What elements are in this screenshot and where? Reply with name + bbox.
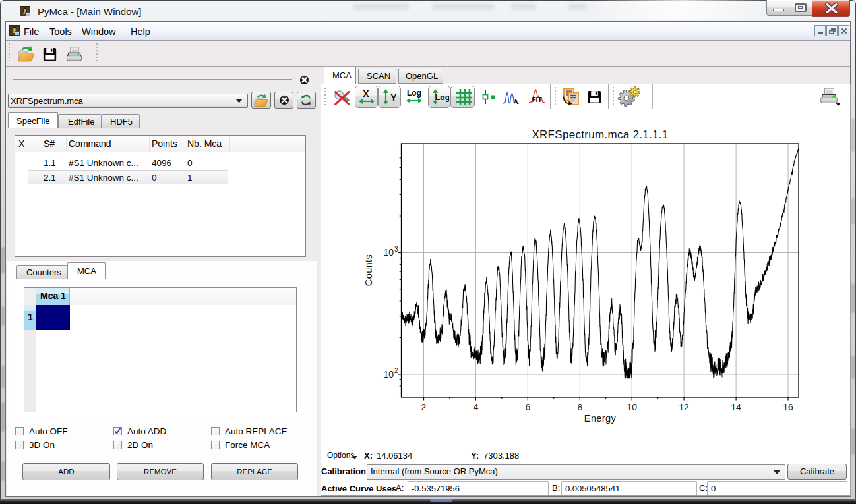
svg-text:4: 4: [474, 402, 479, 412]
svg-text:10: 10: [383, 247, 394, 258]
svg-text:3: 3: [394, 245, 398, 253]
svg-text:10: 10: [627, 402, 637, 412]
svg-text:XRFSpectrum.mca 2.1.1.1: XRFSpectrum.mca 2.1.1.1: [532, 128, 668, 141]
svg-text:6: 6: [525, 402, 530, 412]
svg-text:2: 2: [394, 366, 398, 374]
svg-text:12: 12: [679, 402, 689, 412]
svg-text:8: 8: [577, 402, 582, 412]
svg-text:Energy: Energy: [584, 413, 617, 424]
svg-text:2: 2: [421, 402, 427, 412]
svg-text:16: 16: [783, 402, 793, 412]
svg-text:14: 14: [731, 402, 741, 412]
svg-text:Counts: Counts: [363, 254, 374, 286]
svg-text:10: 10: [383, 369, 394, 379]
